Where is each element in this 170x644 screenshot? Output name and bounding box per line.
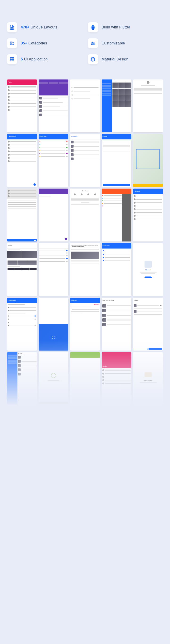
screen-thumb bbox=[39, 80, 69, 132]
screen-thumb bbox=[102, 188, 132, 242]
screen-thumb bbox=[39, 462, 69, 514]
sliders-icon bbox=[88, 38, 98, 48]
screen-thumb: My Files bbox=[102, 352, 132, 405]
screen-thumb: Flight Track CANCELLED bbox=[70, 298, 100, 350]
screen-thumb: Fusce Aliquam Blandit? Urna Quis Pulvina… bbox=[70, 243, 100, 296]
feature-label: Material Design bbox=[102, 57, 128, 61]
screen-thumb bbox=[39, 352, 69, 405]
svg-marker-18 bbox=[91, 57, 95, 59]
screen-thumb bbox=[102, 462, 132, 514]
svg-point-11 bbox=[93, 43, 94, 44]
screen-thumb: Device Setting bbox=[7, 298, 37, 350]
feature-material: Material Design bbox=[88, 54, 163, 64]
grid-icon bbox=[7, 54, 17, 64]
android-icon bbox=[88, 22, 98, 32]
screen-thumb bbox=[7, 188, 37, 242]
list-icon bbox=[7, 38, 17, 48]
screen-thumb bbox=[133, 462, 163, 514]
feature-categories: 35+ Categories bbox=[7, 38, 82, 48]
screen-thumb: Contacts bbox=[102, 134, 132, 187]
screen-thumb: Whoops! bbox=[133, 243, 163, 296]
screen-thumb: Monday bbox=[7, 243, 37, 296]
svg-point-9 bbox=[92, 42, 93, 43]
feature-customizable: Customizable bbox=[88, 38, 163, 48]
feature-flutter: Build with Flutter bbox=[88, 22, 163, 32]
screens-grid: Playlist bbox=[7, 80, 163, 514]
screen-thumb: Black Glass bbox=[7, 352, 37, 405]
screen-thumb: Full Refresh bbox=[133, 188, 163, 242]
screen-thumb: Evans Collins bbox=[102, 243, 132, 296]
screen-thumb: Our Team bbox=[70, 188, 100, 242]
screen-thumb bbox=[39, 407, 69, 460]
layers-icon bbox=[88, 54, 98, 64]
svg-rect-2 bbox=[10, 42, 12, 43]
screen-thumb bbox=[39, 188, 69, 242]
screen-thumb: Black Sea bbox=[102, 80, 132, 132]
feature-label: 470+ Unique Layouts bbox=[21, 25, 57, 30]
svg-rect-15 bbox=[12, 58, 14, 59]
screen-thumb bbox=[102, 407, 132, 460]
feature-label: 5 UI Application bbox=[21, 57, 48, 61]
svg-rect-16 bbox=[10, 60, 12, 61]
svg-rect-14 bbox=[10, 58, 12, 59]
screen-thumb: News Light Horizontal bbox=[102, 298, 132, 350]
screen-thumb: Product $129 bbox=[133, 298, 163, 350]
screen-thumb: Photos bbox=[133, 407, 163, 460]
feature-ui-apps: 5 UI Application bbox=[7, 54, 82, 64]
feature-layouts: 470+ Unique Layouts bbox=[7, 22, 82, 32]
screen-thumb bbox=[39, 243, 69, 296]
screen-thumb bbox=[39, 298, 69, 350]
feature-label: Build with Flutter bbox=[102, 25, 130, 30]
screen-thumb bbox=[133, 80, 163, 132]
svg-point-13 bbox=[91, 44, 92, 45]
screen-thumb bbox=[7, 462, 37, 514]
screen-thumb bbox=[70, 462, 100, 514]
screen-thumb: Ready to Travel bbox=[133, 352, 163, 405]
screen-thumb: Notification bbox=[7, 407, 37, 460]
svg-rect-17 bbox=[12, 60, 14, 61]
feature-label: 35+ Categories bbox=[21, 41, 47, 46]
screen-thumb: Fab Animation bbox=[7, 134, 37, 187]
screen-thumb bbox=[70, 352, 100, 405]
screen-thumb: Fusce Aliquam Blandit? Urna Quis Pulvina… bbox=[70, 407, 100, 460]
screen-thumb: Playlist bbox=[7, 80, 37, 132]
screen-thumb: Issue Admin bbox=[70, 134, 100, 187]
screen-thumb bbox=[70, 80, 100, 132]
screen-thumb bbox=[133, 134, 163, 187]
feature-label: Customizable bbox=[102, 41, 125, 46]
screen-thumb: Radio Switch bbox=[39, 134, 69, 187]
svg-rect-5 bbox=[10, 44, 12, 45]
file-icon bbox=[7, 22, 17, 32]
